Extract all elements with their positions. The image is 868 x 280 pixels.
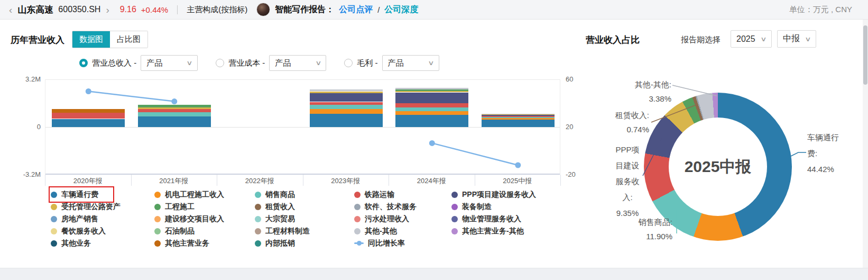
legend-item-其他业务[interactable]: 其他业务 [51,237,154,249]
radio-total-revenue[interactable] [79,59,88,67]
legend-item-装备制造[interactable]: 装备制造 [451,201,566,213]
legend-dot [51,216,57,222]
total-revenue-dimension-select[interactable]: 产品 ∨ [141,55,198,71]
legend-item-工程施工[interactable]: 工程施工 [154,201,255,213]
legend-dot [154,216,161,222]
legend-item-餐饮服务收入[interactable]: 餐饮服务收入 [51,225,154,237]
legend-label: 内部抵销 [265,239,295,248]
legend-dot [255,216,261,222]
legend-item-受托管理公路资产[interactable]: 受托管理公路资产 [51,201,154,213]
callout-rental-income: 租赁收入: 0.74% [598,108,649,137]
donut-center-label: 2025中报 [685,156,752,178]
legend-item-大宗贸易[interactable]: 大宗贸易 [255,213,354,225]
report-period-label: 报告期选择 [681,35,721,45]
legend-dot [255,240,261,247]
legend-item-机电工程施工收入[interactable]: 机电工程施工收入 [154,188,255,201]
legend-label: 租赁收入 [265,202,295,212]
chevron-down-icon: ∨ [760,35,767,43]
x-axis-label: 2025中报 [475,176,561,186]
legend-item-车辆通行费[interactable]: 车辆通行费 [51,188,112,201]
legend-item-PPP项目建设服务收入[interactable]: PPP项目建设服务收入 [451,188,566,201]
legend-label: 建设移交项目收入 [165,214,224,224]
tab-share-chart[interactable]: 占比图 [110,31,147,48]
tab-data-chart[interactable]: 数据图 [72,31,110,48]
legend-item-建设移交项目收入[interactable]: 建设移交项目收入 [154,213,255,225]
stock-change-pct: +0.44% [141,5,168,14]
radio-label: 营业成本 - [228,58,265,68]
legend-label: 其他主营业务-其他 [462,227,524,236]
legend-dot [154,228,161,234]
legend-item-污水处理收入[interactable]: 污水处理收入 [354,213,451,225]
legend-item-其他主营业务-其他[interactable]: 其他主营业务-其他 [451,225,566,237]
y-axis-right-tick: -20 [566,170,576,178]
control-gross-profit: 毛利 - 产品 ∨ [344,55,439,71]
x-axis-label: 2022年报 [217,176,303,186]
radio-label: 毛利 - [357,58,377,68]
callout-value: 3.38% [611,92,671,106]
legend-dot [51,192,57,198]
x-axis-label: 2023年报 [303,176,389,186]
gross-profit-dimension-select[interactable]: 产品 ∨ [382,55,439,71]
legend-item-工程材料制造[interactable]: 工程材料制造 [255,225,354,237]
radio-operating-cost[interactable] [216,59,224,67]
legend-dot [451,216,458,222]
scrollbar-thumb[interactable] [863,25,867,85]
radio-label: 营业总收入 - [92,58,136,68]
legend-dot [451,192,458,198]
donut-hole: 2025中报 [669,118,767,216]
legend-dot [354,204,361,210]
period-select[interactable]: 中报 ∨ [777,30,816,48]
y-axis-left-tick: -3.2M [12,170,41,178]
year-select[interactable]: 2025 ∨ [731,30,772,48]
x-axis-label: 2024年报 [389,176,475,186]
x-axis-tick [560,175,561,186]
legend-item-内部抵销[interactable]: 内部抵销 [255,237,354,249]
chart-mode-tabs: 数据图 占比图 [72,31,148,48]
legend-item-石油制品[interactable]: 石油制品 [154,225,255,237]
legend-item-房地产销售[interactable]: 房地产销售 [51,213,154,225]
stock-code: 600350.SH [58,5,100,14]
legend-dot [51,228,57,234]
x-axis-tick [475,175,475,186]
report-label: 智能写作报告： [275,4,334,15]
legend-item-销售商品[interactable]: 销售商品 [255,188,354,201]
callout-ppp-construction: PPP项目建设服务收入: 9.35% [612,142,643,221]
back-chevron-icon[interactable]: ‹ [8,5,13,15]
x-axis-tick [45,175,45,186]
yoy-growth-line [45,79,561,175]
left-panel-title: 历年营业收入 [11,34,64,46]
legend-label: 大宗贸易 [265,214,295,224]
x-axis-label: 2020年报 [45,176,131,186]
y-axis-left-tick: 0 [12,123,41,131]
unit-label: 单位：万元 , CNY [789,5,852,15]
forward-chevron-icon[interactable]: › [105,5,109,15]
legend-dot [354,192,361,198]
radio-gross-profit[interactable] [344,59,353,67]
legend-item-物业管理服务收入[interactable]: 物业管理服务收入 [451,213,566,225]
x-axis-label: 2021年报 [131,176,217,186]
legend-item-软件、技术服务[interactable]: 软件、技术服务 [354,201,451,213]
legend-label: 装备制造 [462,202,492,212]
legend-item-其他主营业务[interactable]: 其他主营业务 [154,237,255,249]
chevron-down-icon: ∨ [805,35,811,43]
link-company-depth[interactable]: 公司深度 [384,4,418,15]
callout-other-other: 其他-其他: 3.38% [611,77,671,106]
right-panel-title: 营业收入占比 [586,34,640,46]
legend-item-租赁收入[interactable]: 租赁收入 [255,201,354,213]
link-separator: / [377,5,380,14]
legend-label: 污水处理收入 [365,214,409,224]
y-axis-right-tick: 60 [566,75,573,83]
assistant-avatar [256,3,270,16]
legend-item-同比增长率[interactable]: 同比增长率 [354,237,451,249]
legend-item-其他-其他[interactable]: 其他-其他 [354,225,451,237]
legend-label: 物业管理服务收入 [462,214,521,224]
select-value: 产品 [388,58,404,68]
select-value: 产品 [146,58,162,68]
operating-cost-dimension-select[interactable]: 产品 ∨ [269,55,326,71]
legend-label: 工程施工 [165,202,195,212]
control-total-revenue: 营业总收入 - 产品 ∨ [79,55,198,71]
line-point [171,98,177,104]
legend-item-铁路运输[interactable]: 铁路运输 [354,188,451,201]
callout-goods-sales: 销售商品: 11.90% [614,215,672,243]
link-company-review[interactable]: 公司点评 [339,4,373,15]
